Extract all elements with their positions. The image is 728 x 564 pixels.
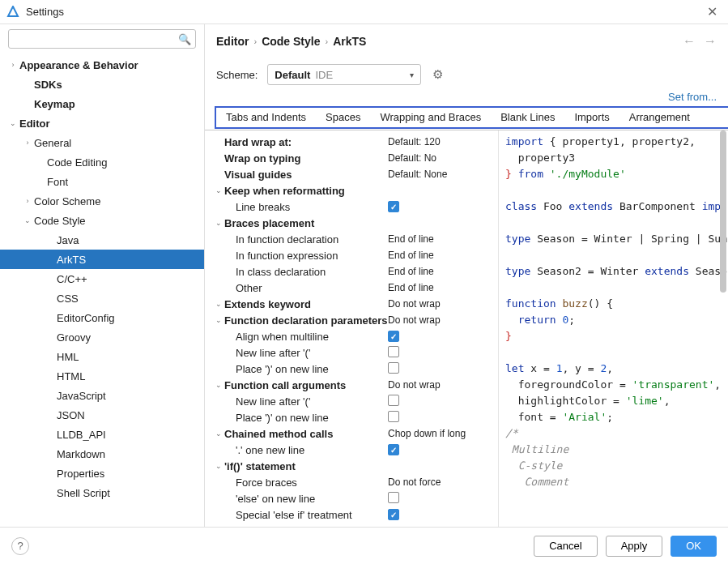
close-button[interactable]: ✕ (702, 4, 722, 19)
tree-properties[interactable]: Properties (0, 464, 204, 483)
app-logo-icon (6, 6, 19, 19)
setting-name: Visual guides (224, 169, 388, 181)
help-button[interactable]: ? (11, 537, 29, 555)
setting-row[interactable]: Force bracesDo not force (213, 474, 498, 490)
ok-button[interactable]: OK (671, 536, 717, 557)
setting-value (388, 444, 493, 456)
tree-html[interactable]: HTML (0, 366, 204, 386)
setting-row[interactable]: Place ')' on new line (213, 361, 498, 377)
tree-hml[interactable]: HML (0, 347, 204, 366)
scheme-select[interactable]: Default IDE ▾ (267, 64, 421, 85)
setting-row[interactable]: New line after '(' (213, 344, 498, 361)
checkbox[interactable] (388, 509, 399, 520)
setting-row[interactable]: Place ')' on new line (213, 409, 498, 425)
setting-row[interactable]: Hard wrap at:Default: 120 (213, 134, 498, 150)
crumb-code-style[interactable]: Code Style (262, 35, 320, 48)
tab-blank-lines[interactable]: Blank Lines (491, 106, 564, 130)
setting-name: Force braces (224, 476, 388, 489)
tab-arrangement[interactable]: Arrangement (619, 106, 700, 130)
setting-name: Function declaration parameters (224, 314, 388, 327)
cancel-button[interactable]: Cancel (534, 536, 597, 557)
setting-row[interactable]: ⌄Chained method callsChop down if long (213, 425, 498, 442)
tree-item-label: Properties (57, 468, 104, 480)
tree-lldb-api[interactable]: LLDB_API (0, 425, 204, 444)
checkbox[interactable] (388, 411, 399, 422)
tab-imports[interactable]: Imports (564, 106, 619, 130)
setting-row[interactable]: In function declarationEnd of line (213, 231, 498, 247)
setting-value: End of line (388, 282, 493, 293)
setting-row[interactable]: ⌄Function declaration parametersDo not w… (213, 312, 498, 328)
tab-tabs-and-indents[interactable]: Tabs and Indents (216, 106, 316, 130)
nav-forward-icon[interactable]: → (704, 34, 717, 49)
setting-row[interactable]: ⌄Function call argumentsDo not wrap (213, 377, 498, 393)
setting-row[interactable]: New line after '(' (213, 393, 498, 409)
tree-keymap[interactable]: Keymap (0, 94, 204, 113)
tree-appearance-behavior[interactable]: ›Appearance & Behavior (0, 55, 204, 75)
tree-markdown[interactable]: Markdown (0, 444, 204, 464)
tree-item-label: JSON (57, 409, 85, 421)
crumb-arkts[interactable]: ArkTS (333, 35, 366, 48)
setting-name: New line after '(' (224, 395, 388, 408)
crumb-editor[interactable]: Editor (216, 35, 249, 48)
tab-wrapping-and-braces[interactable]: Wrapping and Braces (370, 106, 491, 130)
checkbox[interactable] (388, 331, 399, 342)
tree-shell-script[interactable]: Shell Script (0, 483, 204, 502)
tree-editorconfig[interactable]: EditorConfig (0, 308, 204, 327)
tree-groovy[interactable]: Groovy (0, 327, 204, 347)
tree-item-label: LLDB_API (57, 429, 106, 441)
setting-row[interactable]: ⌄Braces placement (213, 215, 498, 231)
setting-row[interactable]: In function expressionEnd of line (213, 247, 498, 263)
tree-color-scheme[interactable]: ›Color Scheme (0, 191, 204, 211)
checkbox[interactable] (388, 444, 399, 455)
breadcrumb: Editor › Code Style › ArkTS ← → (205, 24, 728, 58)
setting-row[interactable]: ⌄'if()' statement (213, 458, 498, 474)
setting-row[interactable]: ⌄Keep when reformatting (213, 182, 498, 199)
tree-item-label: ArkTS (57, 254, 86, 266)
tree-editor[interactable]: ⌄Editor (0, 113, 204, 133)
setting-row[interactable]: ⌄Extends keywordDo not wrap (213, 296, 498, 312)
tree-code-editing[interactable]: Code Editing (0, 152, 204, 172)
apply-button[interactable]: Apply (606, 536, 663, 557)
setting-row[interactable]: 'else' on new line (213, 490, 498, 506)
tree-arkts[interactable]: ArkTS (0, 250, 204, 269)
setting-row[interactable]: Visual guidesDefault: None (213, 166, 498, 182)
tree-font[interactable]: Font (0, 172, 204, 191)
tree-json[interactable]: JSON (0, 405, 204, 425)
tree-item-label: Keymap (34, 98, 75, 110)
tree-arrow-icon: › (23, 139, 32, 147)
setting-row[interactable]: Special 'else if' treatment (213, 506, 498, 523)
setting-value: End of line (388, 266, 493, 277)
tree-general[interactable]: ›General (0, 133, 204, 152)
checkbox[interactable] (388, 395, 399, 406)
checkbox[interactable] (388, 201, 399, 212)
expand-arrow-icon: ⌄ (213, 186, 224, 194)
expand-arrow-icon: ⌄ (213, 300, 224, 308)
setting-row[interactable]: '.' one new line (213, 442, 498, 458)
setting-row[interactable]: Align when multiline (213, 328, 498, 344)
tree-c-cpp[interactable]: C/C++ (0, 269, 204, 288)
tree-java[interactable]: Java (0, 230, 204, 250)
setting-value (388, 509, 493, 521)
search-input[interactable] (8, 29, 196, 49)
checkbox[interactable] (388, 492, 399, 503)
setting-row[interactable]: OtherEnd of line (213, 280, 498, 296)
tree-item-label: Shell Script (57, 487, 110, 499)
nav-back-icon[interactable]: ← (683, 34, 696, 49)
tree-code-style[interactable]: ⌄Code Style (0, 211, 204, 230)
setting-row[interactable]: Wrap on typingDefault: No (213, 150, 498, 166)
setting-value: Do not wrap (388, 314, 493, 326)
checkbox[interactable] (388, 346, 399, 357)
set-from-link[interactable]: Set from... (668, 91, 717, 103)
tree-css[interactable]: CSS (0, 288, 204, 308)
tree-javascript[interactable]: JavaScript (0, 386, 204, 405)
tree-sdks[interactable]: SDKs (0, 75, 204, 94)
tab-spaces[interactable]: Spaces (316, 106, 370, 130)
dialog-footer: ? Cancel Apply OK (0, 527, 728, 564)
setting-row[interactable]: Line breaks (213, 199, 498, 215)
gear-icon[interactable]: ⚙ (432, 67, 443, 82)
setting-value: Default: No (388, 152, 493, 164)
wrapping-settings-list[interactable]: Hard wrap at:Default: 120Wrap on typingD… (205, 130, 498, 527)
checkbox[interactable] (388, 362, 399, 374)
preview-scrollbar[interactable] (718, 130, 728, 527)
setting-row[interactable]: In class declarationEnd of line (213, 263, 498, 280)
